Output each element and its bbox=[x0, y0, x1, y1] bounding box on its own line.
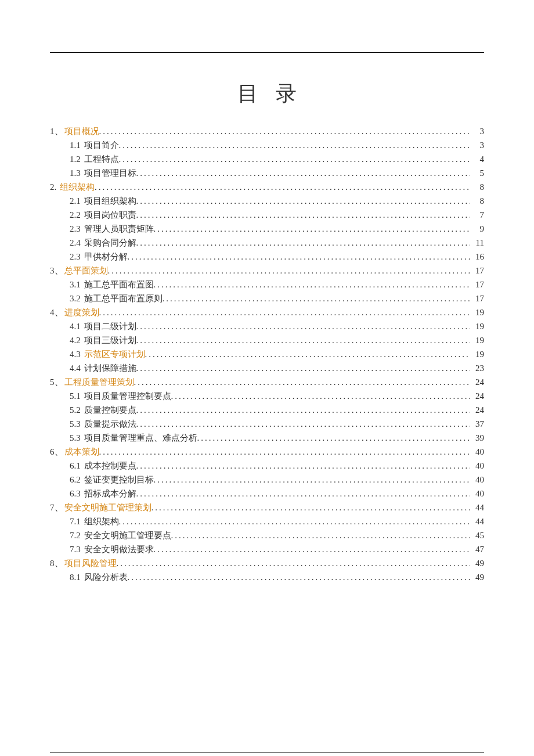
toc-entry-number: 5.3 bbox=[70, 417, 84, 431]
toc-entry-link[interactable]: 总平面策划 bbox=[64, 264, 108, 278]
toc-row: 2.4 采购合同分解11 bbox=[70, 236, 484, 250]
toc-leader-dots bbox=[171, 528, 471, 542]
toc-entry-number: 8.1 bbox=[70, 570, 84, 584]
toc-entry-text: 计划保障措施 bbox=[84, 361, 136, 375]
toc-row: 4.1 项目二级计划19 bbox=[70, 319, 484, 333]
toc-row: 5.1 项目质量管理控制要点24 bbox=[70, 389, 484, 403]
toc-row: 3、总平面策划17 bbox=[50, 264, 484, 278]
header-rule bbox=[50, 52, 484, 53]
table-of-contents: 1、项目概况31.1 项目简介31.2 工程特点41.3 项目管理目标52. 组… bbox=[50, 124, 484, 584]
toc-leader-dots bbox=[163, 291, 471, 305]
toc-leader-dots bbox=[119, 152, 471, 166]
toc-leader-dots bbox=[136, 319, 471, 333]
toc-leader-dots bbox=[99, 445, 471, 459]
toc-leader-dots bbox=[197, 431, 471, 445]
toc-leader-dots bbox=[136, 208, 471, 222]
toc-entry-number: 3.2 bbox=[70, 291, 84, 305]
toc-entry-link[interactable]: 工程质量管理策划 bbox=[64, 375, 134, 389]
toc-entry-text: 安全文明做法要求 bbox=[84, 542, 154, 556]
toc-row: 5.2 质量控制要点24 bbox=[70, 403, 484, 417]
toc-entry-link[interactable]: 示范区专项计划 bbox=[84, 347, 145, 361]
toc-entry-number: 5.3 bbox=[70, 431, 84, 445]
toc-leader-dots bbox=[136, 403, 471, 417]
toc-leader-dots bbox=[99, 124, 471, 138]
toc-row: 2.1 项目组织架构8 bbox=[70, 194, 484, 208]
toc-entry-text: 项目简介 bbox=[84, 138, 119, 152]
toc-entry-page: 24 bbox=[470, 403, 484, 417]
toc-entry-number: 4.1 bbox=[70, 319, 84, 333]
toc-entry-number: 5、 bbox=[50, 375, 64, 389]
footer-rule bbox=[50, 753, 484, 753]
toc-entry-text: 招标成本分解 bbox=[84, 487, 136, 501]
toc-entry-number: 2.3 bbox=[70, 250, 84, 264]
toc-entry-link[interactable]: 安全文明施工管理策划 bbox=[64, 501, 151, 514]
toc-entry-page: 39 bbox=[470, 431, 484, 445]
toc-leader-dots bbox=[154, 473, 471, 487]
toc-leader-dots bbox=[95, 180, 470, 194]
page-footer: 缤纷四季花园项目管理指导书 第 2 页 共 45 页 bbox=[50, 753, 484, 756]
toc-entry-page: 40 bbox=[470, 487, 484, 501]
toc-entry-number: 6.2 bbox=[70, 473, 84, 487]
toc-entry-page: 7 bbox=[470, 208, 484, 222]
toc-leader-dots bbox=[128, 570, 471, 584]
toc-row: 4.2 项目三级计划19 bbox=[70, 333, 484, 347]
toc-leader-dots bbox=[136, 459, 471, 473]
toc-entry-link[interactable]: 组织架构 bbox=[60, 180, 95, 194]
toc-leader-dots bbox=[136, 417, 471, 431]
toc-entry-number: 1、 bbox=[50, 124, 64, 138]
toc-entry-page: 40 bbox=[470, 459, 484, 473]
toc-entry-number: 7、 bbox=[50, 501, 64, 514]
toc-row: 4.3 示范区专项计划19 bbox=[70, 347, 484, 361]
toc-leader-dots bbox=[136, 236, 471, 250]
toc-entry-number: 1.3 bbox=[70, 166, 84, 180]
toc-row: 2. 组织架构8 bbox=[50, 180, 484, 194]
toc-row: 6.1 成本控制要点40 bbox=[70, 459, 484, 473]
toc-entry-text: 管理人员职责矩阵 bbox=[84, 222, 154, 236]
toc-entry-page: 3 bbox=[470, 124, 484, 138]
toc-entry-text: 项目三级计划 bbox=[84, 333, 136, 347]
toc-entry-page: 40 bbox=[470, 473, 484, 487]
toc-entry-page: 8 bbox=[470, 194, 484, 208]
toc-entry-page: 8 bbox=[470, 180, 484, 194]
toc-row: 1、项目概况3 bbox=[50, 124, 484, 138]
toc-leader-dots bbox=[136, 166, 471, 180]
toc-entry-page: 24 bbox=[470, 389, 484, 403]
toc-entry-number: 4.4 bbox=[70, 361, 84, 375]
toc-entry-page: 37 bbox=[470, 417, 484, 431]
toc-entry-link[interactable]: 成本策划 bbox=[64, 445, 99, 459]
toc-entry-text: 项目质量管理控制要点 bbox=[84, 389, 171, 403]
toc-leader-dots bbox=[145, 347, 471, 361]
toc-leader-dots bbox=[117, 556, 471, 570]
toc-entry-number: 6.1 bbox=[70, 459, 84, 473]
toc-entry-number: 8、 bbox=[50, 556, 64, 570]
toc-entry-link[interactable]: 项目概况 bbox=[64, 124, 99, 138]
toc-entry-link[interactable]: 进度策划 bbox=[64, 305, 99, 319]
toc-entry-page: 17 bbox=[470, 291, 484, 305]
toc-row: 3.1 施工总平面布置图17 bbox=[70, 278, 484, 291]
toc-leader-dots bbox=[154, 222, 471, 236]
toc-entry-link[interactable]: 项目风险管理 bbox=[64, 556, 117, 570]
toc-entry-number: 7.1 bbox=[70, 514, 84, 528]
toc-entry-number: 3.1 bbox=[70, 278, 84, 291]
toc-entry-number: 5.1 bbox=[70, 389, 84, 403]
toc-entry-page: 45 bbox=[470, 528, 484, 542]
toc-entry-number: 4.2 bbox=[70, 333, 84, 347]
toc-row: 5、工程质量管理策划24 bbox=[50, 375, 484, 389]
toc-entry-number: 1.2 bbox=[70, 152, 84, 166]
toc-leader-dots bbox=[154, 542, 471, 556]
toc-entry-text: 工程特点 bbox=[84, 152, 119, 166]
toc-entry-number: 2.1 bbox=[70, 194, 84, 208]
toc-row: 7、安全文明施工管理策划44 bbox=[50, 501, 484, 514]
toc-entry-number: 4.3 bbox=[70, 347, 84, 361]
toc-row: 2.3 甲供材分解16 bbox=[70, 250, 484, 264]
toc-row: 1.3 项目管理目标5 bbox=[70, 166, 484, 180]
toc-entry-page: 49 bbox=[470, 556, 484, 570]
toc-entry-text: 质量控制要点 bbox=[84, 403, 136, 417]
toc-leader-dots bbox=[136, 194, 471, 208]
toc-leader-dots bbox=[119, 514, 471, 528]
toc-leader-dots bbox=[151, 501, 471, 514]
toc-entry-page: 24 bbox=[470, 375, 484, 389]
toc-entry-text: 项目二级计划 bbox=[84, 319, 136, 333]
toc-title: 目录 bbox=[50, 80, 484, 108]
toc-entry-number: 1.1 bbox=[70, 138, 84, 152]
